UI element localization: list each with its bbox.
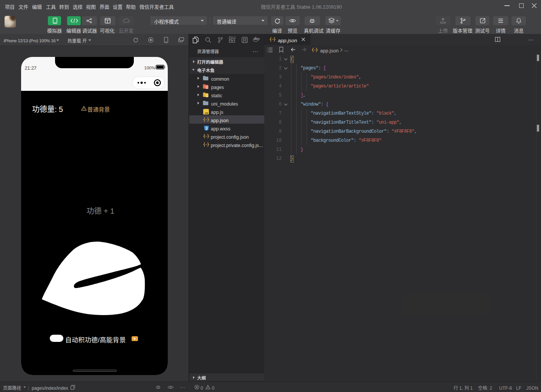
svg-text:3: 3 bbox=[205, 126, 208, 130]
